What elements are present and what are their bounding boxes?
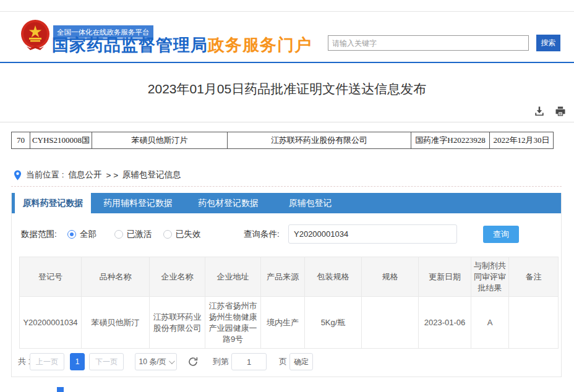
radio-option-all[interactable]: 全部 [67,224,96,245]
page-title: 2023年01月05日药品批准证明文件送达信息发布 [0,80,574,98]
current-page-button[interactable]: 1 [70,353,85,370]
notice-company: 江苏联环药业股份有限公司 [228,132,411,148]
col-product: 品种名称 [82,257,150,297]
notice-acceptance-no: CYHS2100008国 [30,132,92,148]
location-pin-icon [14,170,22,181]
col-source: 产品来源 [261,257,305,297]
col-package: 包装规格 [305,257,362,297]
scope-label: 数据范围: [21,224,57,245]
search-button[interactable]: 搜索 [536,35,560,51]
tab-excipient-data[interactable]: 药用辅料登记数据 [91,193,185,213]
radio-icon-all [67,230,76,239]
tab-raw-material-data[interactable]: 原料药登记数据 [15,193,91,213]
col-joint-review: 与制剂共同审评审批结果 [471,257,509,297]
site-name: 国家药品监督管理局 [52,36,208,54]
cell-update-date: 2023-01-06 [419,297,471,349]
goto-page-unit: 页 [279,352,287,371]
search-input[interactable] [328,35,529,51]
next-page-button[interactable]: 下一页 [89,353,124,370]
refresh-button[interactable] [187,356,199,367]
breadcrumb-separator: > > [106,171,119,180]
table-row: Y20200001034 苯磺贝他斯汀 江苏联环药业股份有限公司 江苏省扬州市扬… [20,297,559,349]
radio-icon-expired [163,230,172,239]
query-condition-label: 查询条件: [244,224,280,245]
query-button[interactable]: 查询 [483,226,519,243]
notice-approval-date: 2022年12月30日 [490,132,553,148]
site-suffix: 政务服务门户 [208,36,312,54]
col-update-date: 更新日期 [419,257,471,297]
radio-label-all: 全部 [80,229,96,240]
cell-address: 江苏省扬州市扬州生物健康产业园健康一路9号 [205,297,261,349]
breadcrumb-current: 原辅包登记信息 [122,169,181,181]
breadcrumb-divider [11,186,562,187]
filter-bar: 数据范围: 全部 已激活 已失效 查询条件: 查询 [12,224,561,245]
table-header-row: 登记号 品种名称 企业名称 企业地址 产品来源 包装规格 规格 更新日期 与制剂… [20,257,559,297]
page-size-value: 10 条/页 [139,357,166,367]
cell-product: 苯磺贝他斯汀 [82,297,150,349]
radio-label-activated: 已激活 [127,229,152,240]
tab-raw-excipient-package[interactable]: 原辅包登记 [272,193,349,213]
notice-seq: 70 [12,132,30,148]
page: 全国一体化在线政务服务平台 国家药品监督管理局政务服务门户 搜索 2023年01… [0,0,574,392]
bottom-decoration [57,387,64,392]
goto-page-input[interactable] [231,353,267,370]
col-company: 企业名称 [150,257,205,297]
col-spec: 规格 [362,257,419,297]
cell-reg-no: Y20200001034 [20,297,82,349]
cell-company: 江苏联环药业股份有限公司 [150,297,205,349]
chevron-down-icon [168,358,174,364]
notice-product-name: 苯磺贝他斯汀片 [92,132,228,148]
breadcrumb-prefix: 当前位置 : [26,169,64,181]
tab-packaging-material-data[interactable]: 药包材登记数据 [185,193,272,213]
registration-panel: 原料药登记数据 药用辅料登记数据 药包材登记数据 原辅包登记 数据范围: 全部 … [11,193,562,377]
top-divider [0,11,574,12]
download-button[interactable] [533,105,546,117]
confirm-button[interactable]: 确定 [289,353,313,370]
cell-package: 5Kg/瓶 [305,297,362,349]
refresh-icon [187,356,199,367]
header-divider [0,62,574,63]
page-size-select[interactable]: 10 条/页 [135,353,177,370]
cell-spec [362,297,419,349]
notice-table-row: 70 CYHS2100008国 苯磺贝他斯汀片 江苏联环药业股份有限公司 国药准… [11,132,554,149]
document-tools [533,105,567,117]
pagination-bar: 共 1 条 上一页 1 下一页 10 条/页 到第 页 确定 [12,352,561,371]
breadcrumb: 当前位置 : 信息公开 > > 原辅包登记信息 [14,169,181,181]
cell-joint-review: A [471,297,509,349]
print-icon [554,105,567,117]
title-divider [0,122,574,122]
query-condition-input[interactable] [288,224,457,244]
cell-source: 境内生产 [261,297,305,349]
download-icon [533,105,546,117]
print-button[interactable] [554,105,567,117]
goto-page-label: 到第 [213,352,229,371]
breadcrumb-root[interactable]: 信息公开 [69,169,102,181]
site-title: 国家药品监督管理局政务服务门户 [52,34,312,56]
cell-remark [509,297,559,349]
col-address: 企业地址 [205,257,261,297]
col-remark: 备注 [509,257,559,297]
prev-page-button[interactable]: 上一页 [30,353,64,370]
radio-option-expired[interactable]: 已失效 [163,224,201,245]
tab-bar: 原料药登记数据 药用辅料登记数据 药包材登记数据 原辅包登记 [12,193,561,213]
col-reg-no: 登记号 [20,257,82,297]
notice-approval-no: 国药准字H20223928 [411,132,490,148]
radio-icon-activated [114,230,123,239]
national-emblem-logo [20,19,50,52]
radio-option-activated[interactable]: 已激活 [114,224,152,245]
radio-label-expired: 已失效 [176,229,201,240]
registration-table: 登记号 品种名称 企业名称 企业地址 产品来源 包装规格 规格 更新日期 与制剂… [19,257,559,349]
